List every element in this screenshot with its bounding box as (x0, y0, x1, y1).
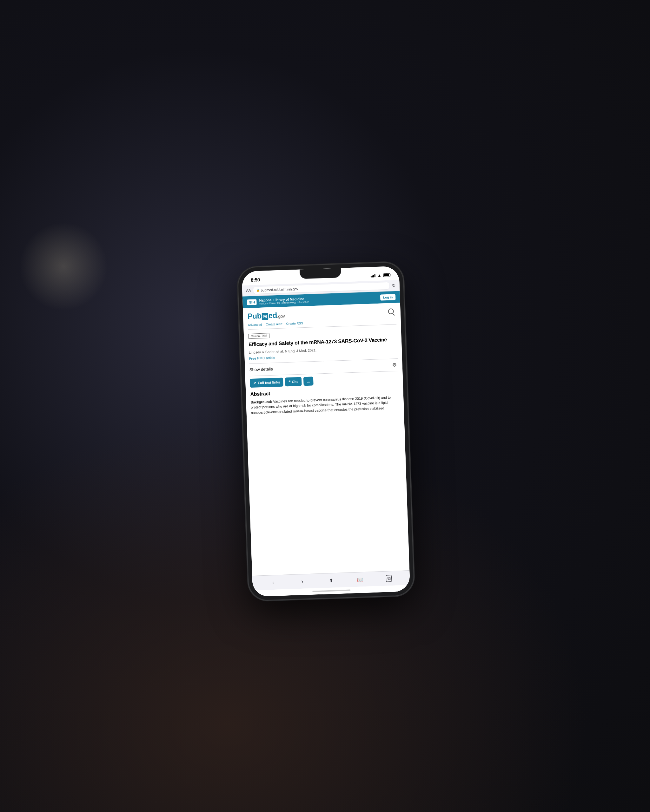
wifi-icon: ▲ (377, 273, 381, 278)
nih-text-block: National Library of Medicine National Ce… (259, 297, 309, 305)
bookmarks-icon: 📖 (357, 576, 363, 583)
article-journal: N Engl J Med. 2021. (285, 348, 317, 353)
browser-aa-button[interactable]: AA (246, 288, 251, 293)
show-details-text[interactable]: Show details (249, 367, 273, 372)
pubmed-create-rss-link[interactable]: Create RSS (286, 321, 303, 325)
battery-fill (384, 274, 389, 276)
status-time: 8:50 (251, 276, 260, 282)
nih-header-left: NIH National Library of Medicine Nationa… (247, 297, 309, 306)
pubmed-advanced-link[interactable]: Advanced (248, 323, 262, 327)
full-text-links-button[interactable]: ↗ Full text links (250, 377, 283, 388)
forward-icon: › (301, 578, 303, 585)
signal-bar-4 (375, 274, 375, 277)
tabs-icon: ⧉ (386, 575, 392, 582)
nih-logo: NIH (247, 299, 257, 305)
pubmed-create-alert-link[interactable]: Create alert (266, 322, 283, 327)
article-content: Clinical Trial Efficacy and Safety of th… (243, 324, 410, 576)
phone-wrapper: 8:50 ▲ AA 🔒 (238, 262, 414, 601)
full-text-label: Full text links (258, 380, 280, 385)
search-icon-button[interactable] (385, 306, 396, 317)
abstract-bold-label: Background: (251, 400, 272, 404)
share-button[interactable]: ⬆ (327, 576, 335, 585)
back-icon: ‹ (272, 579, 274, 586)
signal-bar-2 (372, 275, 373, 277)
quote-icon: ❝ (288, 379, 290, 384)
show-details-row: Show details ⚙ (249, 359, 398, 376)
signal-bars-icon (371, 273, 375, 278)
more-options-button[interactable]: ... (303, 377, 314, 386)
tabs-button[interactable]: ⧉ (385, 574, 393, 583)
bookmarks-button[interactable]: 📖 (356, 575, 364, 584)
nih-login-button[interactable]: Log in (380, 294, 396, 301)
signal-bar-1 (371, 276, 372, 278)
article-authors: Lindsey R Baden et al. (249, 350, 284, 355)
abstract-text: Background: Vaccines are needed to preve… (251, 395, 399, 415)
browser-url-text: pubmed.ncbi.nlm.nih.gov (261, 287, 298, 292)
forward-button[interactable]: › (298, 577, 307, 586)
search-circle-icon (388, 308, 394, 314)
pubmed-pub: Pub (247, 311, 262, 321)
background-light (19, 222, 108, 311)
settings-gear-icon[interactable]: ⚙ (391, 361, 398, 369)
page-content: PubMed.gov Advanced Create alert Create … (243, 303, 410, 597)
phone-notch (300, 268, 341, 279)
pubmed-logo: PubMed.gov (247, 311, 285, 321)
abstract-body: Vaccines are needed to prevent coronavir… (251, 395, 391, 414)
share-icon: ⬆ (329, 577, 333, 583)
phone-screen: 8:50 ▲ AA 🔒 (242, 266, 410, 597)
external-link-icon: ↗ (253, 381, 256, 385)
back-button[interactable]: ‹ (269, 578, 277, 587)
home-bar (312, 590, 350, 592)
signal-bar-3 (373, 275, 374, 277)
pubmed-bracket: M (262, 313, 268, 320)
browser-refresh-button[interactable]: ↻ (392, 283, 396, 288)
cite-button[interactable]: ❝ Cite (285, 377, 302, 386)
action-buttons: ↗ Full text links ❝ Cite ... (250, 374, 399, 388)
status-icons: ▲ (371, 272, 390, 278)
battery-icon (383, 273, 390, 277)
phone-body: 8:50 ▲ AA 🔒 (238, 262, 414, 601)
lock-icon: 🔒 (256, 288, 259, 292)
pubmed-ed: ed (268, 311, 277, 320)
clinical-trial-badge: Clinical Trial (248, 333, 270, 339)
cite-label: Cite (292, 380, 298, 384)
pubmed-gov: .gov (277, 313, 285, 319)
